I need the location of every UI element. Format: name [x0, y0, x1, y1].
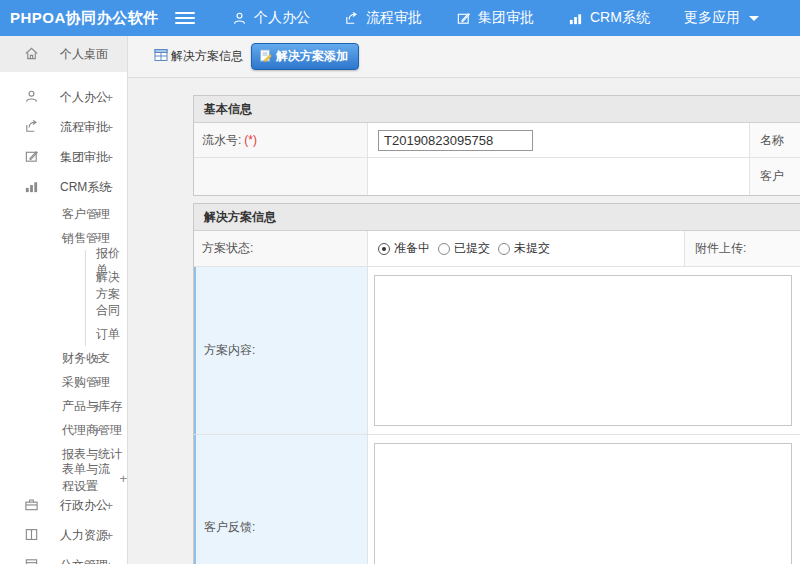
top-navigation: 个人办公流程审批集团审批CRM系统更多应用	[215, 0, 776, 36]
topnav-item-4[interactable]: 更多应用	[667, 0, 776, 36]
sidebar-item-label: 人力资源	[60, 527, 108, 544]
topnav-item-1[interactable]: 流程审批	[327, 0, 439, 36]
content-label: 方案内容:	[204, 342, 255, 359]
sidebar-item-12[interactable]: 采购管理+	[0, 370, 127, 394]
serial-number-input[interactable]	[378, 130, 533, 151]
sidebar-item-label: 订单	[96, 326, 120, 343]
sidebar-item-label: 集团审批	[60, 149, 108, 166]
briefcase-icon	[24, 497, 40, 513]
sidebar-item-label: 客户管理	[62, 206, 110, 223]
topnav-item-3[interactable]: CRM系统	[551, 0, 667, 36]
chart-icon	[24, 179, 40, 195]
expand-toggle-icon[interactable]: +	[105, 120, 113, 135]
sidebar-item-4[interactable]: CRM系统−	[0, 172, 127, 202]
tab-strip: 解决方案信息 解决方案添加	[128, 36, 800, 78]
sidebar-item-14[interactable]: 代理商管理+	[0, 418, 127, 442]
sidebar-item-label: 公文管理	[60, 557, 108, 564]
sidebar-item-19[interactable]: 公文管理+	[0, 550, 127, 564]
sidebar-item-5[interactable]: 客户管理+	[0, 202, 127, 226]
chart-icon	[568, 11, 590, 26]
required-mark: (*)	[244, 133, 257, 147]
expand-toggle-icon[interactable]: +	[105, 528, 113, 543]
sidebar-item-8[interactable]: 解决方案	[85, 274, 127, 298]
topnav-label: 个人办公	[254, 9, 310, 27]
radio-label: 未提交	[514, 240, 550, 257]
home-icon	[24, 46, 40, 62]
tab-solution-info[interactable]: 解决方案信息	[154, 48, 243, 65]
attachment-label: 附件上传:	[684, 231, 800, 266]
menu-toggle-icon[interactable]	[175, 9, 195, 27]
customer-feedback-textarea[interactable]	[374, 443, 792, 564]
expand-toggle-icon[interactable]: +	[105, 498, 113, 513]
radio-icon[interactable]	[378, 243, 390, 255]
feedback-row: 客户反馈:	[194, 435, 800, 564]
sidebar-item-label: CRM系统	[60, 179, 111, 196]
sidebar-item-0[interactable]: 个人桌面	[0, 36, 127, 72]
workflow-icon	[344, 11, 366, 26]
status-radio-group: 准备中已提交未提交	[368, 231, 684, 266]
sidebar-item-3[interactable]: 集团审批+	[0, 142, 127, 172]
edit-icon	[24, 149, 40, 165]
radio-label: 已提交	[454, 240, 490, 257]
expand-toggle-icon[interactable]: +	[93, 423, 101, 438]
customer-row: 客户	[194, 158, 800, 195]
expand-toggle-icon[interactable]: +	[119, 471, 127, 486]
basic-info-panel: 基本信息 流水号: (*) 名称 客户	[193, 95, 800, 196]
empty-label-cell	[194, 158, 368, 195]
content-row: 方案内容:	[194, 267, 800, 435]
tab-label: 解决方案信息	[171, 48, 243, 65]
serial-field-cell	[368, 123, 749, 157]
status-radio-2[interactable]: 未提交	[498, 240, 550, 257]
sidebar-item-10[interactable]: 订单	[85, 322, 127, 346]
expand-toggle-icon[interactable]: +	[93, 399, 101, 414]
content-field-cell	[368, 267, 800, 434]
edit-icon	[456, 11, 478, 26]
sidebar-item-label: 个人桌面	[60, 46, 108, 63]
status-radio-0[interactable]: 准备中	[378, 240, 430, 257]
content-label-cell: 方案内容:	[194, 267, 368, 434]
sidebar-item-17[interactable]: 行政办公+	[0, 490, 127, 520]
sidebar-item-16[interactable]: 表单与流程设置+	[0, 466, 127, 490]
sidebar-item-9[interactable]: 合同	[85, 298, 127, 322]
sidebar-item-label: 财务收支	[62, 350, 110, 367]
sidebar-item-label: 代理商管理	[62, 422, 122, 439]
sidebar-item-18[interactable]: 人力资源+	[0, 520, 127, 550]
sidebar-item-label: 产品与库存	[62, 398, 122, 415]
expand-toggle-icon[interactable]: −	[105, 180, 113, 195]
sidebar-item-label: 报表与统计	[62, 446, 122, 463]
feedback-label-cell: 客户反馈:	[194, 435, 368, 564]
user-icon	[24, 89, 40, 105]
solution-content-textarea[interactable]	[374, 275, 792, 426]
topnav-item-0[interactable]: 个人办公	[215, 0, 327, 36]
add-document-icon	[259, 49, 276, 65]
sidebar-item-13[interactable]: 产品与库存+	[0, 394, 127, 418]
expand-toggle-icon[interactable]: +	[93, 207, 101, 222]
sidebar-item-2[interactable]: 流程审批+	[0, 112, 127, 142]
solution-info-header: 解决方案信息	[194, 204, 800, 231]
status-radio-1[interactable]: 已提交	[438, 240, 490, 257]
topnav-label: CRM系统	[590, 9, 650, 27]
topnav-item-2[interactable]: 集团审批	[439, 0, 551, 36]
caret-down-icon	[749, 16, 759, 21]
sidebar-item-label: 个人办公	[60, 89, 108, 106]
sidebar-item-11[interactable]: 财务收支+	[0, 346, 127, 370]
topnav-label: 流程审批	[366, 9, 422, 27]
expand-toggle-icon[interactable]: +	[93, 375, 101, 390]
serial-label: 流水号:	[202, 132, 241, 149]
book-icon	[24, 527, 40, 543]
expand-toggle-icon[interactable]: +	[105, 150, 113, 165]
sidebar-item-1[interactable]: 个人办公+	[0, 82, 127, 112]
workflow-icon	[24, 119, 40, 135]
radio-icon[interactable]	[438, 243, 450, 255]
expand-toggle-icon[interactable]: +	[105, 558, 113, 564]
topnav-label: 更多应用	[684, 9, 740, 27]
expand-toggle-icon[interactable]: +	[105, 90, 113, 105]
expand-toggle-icon[interactable]: −	[93, 231, 101, 246]
solution-add-button[interactable]: 解决方案添加	[251, 43, 359, 70]
empty-field-cell	[368, 158, 749, 195]
serial-label-cell: 流水号: (*)	[194, 123, 368, 157]
radio-icon[interactable]	[498, 243, 510, 255]
status-label: 方案状态:	[194, 231, 368, 266]
expand-toggle-icon[interactable]: +	[93, 351, 101, 366]
main-content: 解决方案信息 解决方案添加 基本信息 流水号: (*) 名称	[128, 36, 800, 564]
